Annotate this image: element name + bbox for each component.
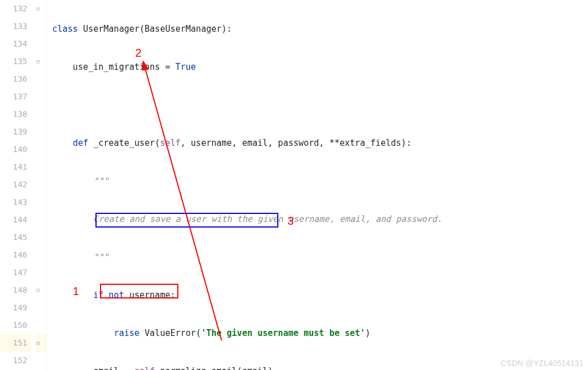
line-number: 132: [0, 0, 31, 18]
fold-column: ⊟ ⊟ ⊟ ⊞: [35, 0, 47, 370]
code-area[interactable]: class UserManager(BaseUserManager): use_…: [47, 0, 588, 370]
code-line: raise ValueError('The given username mus…: [52, 325, 588, 342]
fold-toggle-icon[interactable]: ⊟: [36, 53, 40, 70]
watermark: CSDN @YZL40514131: [501, 359, 583, 368]
line-number: 136: [0, 70, 31, 88]
code-line: [52, 96, 588, 114]
code-line: use_in_migrations = True: [52, 58, 588, 76]
line-number: 147: [0, 264, 31, 281]
line-number-gutter: 132 133 134 135 136 137 138 139 140 141 …: [0, 0, 35, 370]
line-number: 133: [0, 18, 31, 35]
line-number: 145: [0, 229, 31, 246]
code-line: """: [52, 173, 588, 190]
line-number: 146: [0, 246, 31, 264]
fold-toggle-icon[interactable]: ⊟: [36, 281, 40, 299]
line-number: 137: [0, 88, 31, 106]
line-number: 149: [0, 299, 31, 317]
line-number: 148: [0, 281, 31, 299]
line-number: 138: [0, 106, 31, 123]
line-number: 134: [0, 35, 31, 53]
line-number: 139: [0, 123, 31, 141]
line-number: 141: [0, 158, 31, 176]
line-number: 144: [0, 211, 31, 229]
fold-toggle-icon[interactable]: ⊟: [36, 0, 40, 18]
code-line: class UserManager(BaseUserManager):: [52, 20, 588, 38]
line-number: 143: [0, 194, 31, 211]
code-editor[interactable]: 132 133 134 135 136 137 138 139 140 141 …: [0, 0, 588, 370]
code-line: """: [52, 249, 588, 266]
line-number: 142: [0, 176, 31, 194]
line-number: 151: [0, 334, 31, 352]
fold-toggle-icon[interactable]: ⊞: [36, 334, 40, 352]
code-line: Create and save a user with the given us…: [52, 211, 588, 228]
line-number: 152: [0, 352, 31, 369]
code-line: def _create_user(self, username, email, …: [52, 134, 588, 152]
code-line: if not username:: [52, 287, 588, 304]
line-number: 135: [0, 53, 31, 70]
line-number: 140: [0, 141, 31, 158]
line-number: 150: [0, 317, 31, 334]
